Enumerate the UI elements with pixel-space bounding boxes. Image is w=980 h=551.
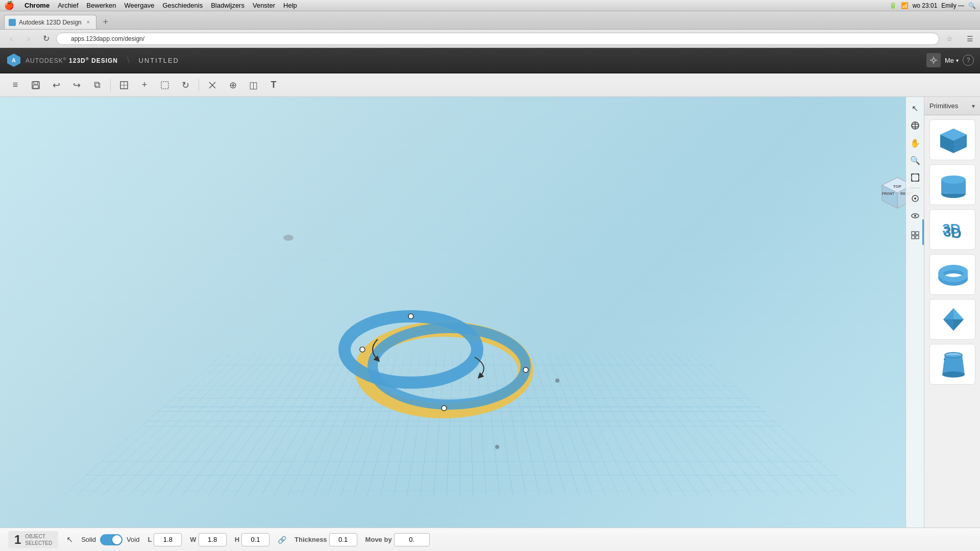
primitive-torus[interactable] — [929, 254, 975, 295]
help-button[interactable]: ? — [963, 55, 974, 66]
solid-label: Solid — [81, 536, 96, 543]
transform-button[interactable]: ⊕ — [224, 77, 242, 93]
primitives-dropdown-arrow[interactable]: ▾ — [972, 103, 975, 110]
menu-geschiedenis[interactable]: Geschiedenis — [162, 2, 203, 9]
svg-point-48 — [442, 406, 447, 411]
primitives-panel: Primitives ▾ — [924, 97, 980, 551]
frame-view-button[interactable] — [115, 77, 133, 93]
select-rect-button[interactable] — [156, 77, 174, 93]
svg-rect-26 — [912, 174, 919, 181]
status-bar: 1 OBJECTSELECTED ↖ Solid Void L W H — [0, 528, 980, 551]
menu-weergave[interactable]: Weergave — [124, 2, 154, 9]
undo-button[interactable]: ↩ — [47, 77, 65, 93]
tab-favicon — [9, 19, 16, 26]
settings-menu-icon[interactable]: ☰ — [964, 33, 976, 45]
camera-tool[interactable] — [908, 191, 922, 206]
header-right: Me ▾ ? — [926, 53, 974, 67]
tab-close-button[interactable]: × — [85, 19, 92, 26]
save-button[interactable] — [27, 77, 45, 93]
menu-venster[interactable]: Venster — [253, 2, 275, 9]
add-primitive-button[interactable]: + — [135, 77, 154, 93]
bookmark-star[interactable]: ☆ — [942, 33, 957, 45]
selected-label: OBJECTSELECTED — [25, 533, 52, 546]
svg-rect-13 — [161, 82, 168, 89]
new-tab-button[interactable]: + — [99, 15, 113, 29]
w-label: W — [190, 536, 196, 543]
svg-text:3D: 3D — [943, 222, 962, 242]
me-button[interactable]: Me ▾ — [945, 57, 959, 64]
selection-info: 1 OBJECTSELECTED — [8, 531, 58, 548]
primitive-diamond[interactable] — [929, 299, 975, 340]
menu-archief[interactable]: Archief — [58, 2, 78, 9]
active-tab[interactable]: Autodesk 123D Design × — [4, 15, 96, 29]
primitive-cylinder[interactable] — [929, 164, 975, 205]
svg-rect-39 — [912, 232, 915, 235]
forward-button[interactable]: › — [21, 33, 36, 45]
primitive-box[interactable] — [929, 119, 975, 160]
select-arrow-tool[interactable]: ↖ — [908, 101, 922, 115]
move-by-input[interactable] — [394, 533, 430, 546]
subtract-button[interactable] — [203, 77, 222, 93]
solid-void-switch[interactable] — [100, 534, 122, 545]
thickness-field: Thickness — [295, 533, 357, 546]
logo-text: AUTODESK® 123D® DESIGN — [26, 57, 118, 64]
link-dimensions-icon[interactable]: 🔗 — [278, 536, 286, 544]
toggle-knob — [112, 535, 121, 544]
menu-bewerken[interactable]: Bewerken — [87, 2, 116, 9]
torus-icon — [937, 259, 968, 290]
right-toolbar-separator — [910, 188, 920, 188]
l-input[interactable] — [154, 533, 182, 546]
text-button[interactable]: T — [264, 77, 283, 93]
app-area: A AUTODESK® 123D® DESIGN \ UNTITLED — [0, 48, 980, 551]
toolbar-sep-1 — [110, 79, 111, 91]
zoom-tool[interactable]: 🔍 — [908, 153, 922, 167]
main-content-area: TOP RIGHT FRONT ↖ ✋ — [0, 97, 980, 551]
grid-icon — [911, 231, 920, 240]
back-button[interactable]: ‹ — [4, 33, 18, 45]
address-input[interactable] — [56, 33, 939, 45]
menu-bladwijzers[interactable]: Bladwijzers — [211, 2, 244, 9]
width-field: W — [190, 533, 226, 546]
primitive-cup[interactable] — [929, 344, 975, 385]
apple-menu[interactable]: 🍎 — [4, 1, 14, 10]
toolbar-sep-2 — [199, 79, 199, 91]
visibility-tool[interactable] — [908, 209, 922, 223]
grid-tool[interactable] — [908, 228, 922, 242]
svg-point-38 — [914, 215, 916, 217]
svg-marker-63 — [953, 319, 964, 331]
thickness-label: Thickness — [295, 536, 327, 543]
pan-tool[interactable]: ✋ — [908, 136, 922, 150]
svg-point-36 — [914, 197, 916, 199]
search-icon[interactable]: 🔍 — [968, 2, 976, 9]
settings-button[interactable] — [926, 53, 941, 67]
orbit-tool[interactable] — [908, 118, 922, 133]
primitives-title: Primitives — [929, 102, 968, 110]
orbit-icon — [911, 121, 920, 130]
primitive-3dtext[interactable]: 3D 3D — [929, 209, 975, 250]
gear-icon — [929, 56, 938, 64]
refresh-view-button[interactable]: ↻ — [176, 77, 194, 93]
void-label: Void — [127, 536, 139, 543]
redo-button[interactable]: ↪ — [67, 77, 86, 93]
tab-bar: Autodesk 123D Design × + — [0, 11, 980, 30]
camera-icon — [911, 194, 920, 203]
copy-button[interactable]: ⧉ — [88, 77, 106, 93]
box-icon — [937, 124, 968, 155]
browser-toolbar-right: ☰ — [964, 33, 976, 45]
refresh-button[interactable]: ↻ — [39, 33, 53, 45]
cursor-icon: ↖ — [66, 535, 73, 544]
w-input[interactable] — [199, 533, 227, 546]
combine-button[interactable]: ◫ — [244, 77, 262, 93]
menu-chrome[interactable]: Chrome — [24, 2, 50, 9]
zoom-extents-tool[interactable] — [908, 170, 922, 185]
menu-button[interactable]: ≡ — [6, 77, 24, 93]
svg-text:TOP: TOP — [893, 184, 902, 189]
3d-viewport[interactable]: TOP RIGHT FRONT ↖ ✋ — [0, 97, 924, 551]
thickness-input[interactable] — [329, 533, 357, 546]
origin-marker — [283, 235, 293, 241]
h-input[interactable] — [241, 533, 270, 546]
menu-help[interactable]: Help — [283, 2, 297, 9]
svg-rect-9 — [33, 85, 38, 88]
text3d-icon: 3D 3D — [937, 214, 968, 245]
zoom-extents-icon — [911, 173, 920, 182]
